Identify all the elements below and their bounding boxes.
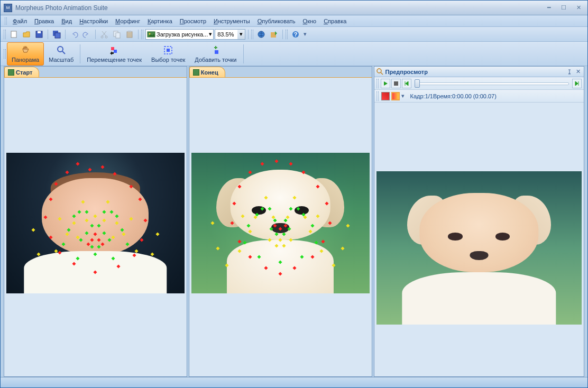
menu-picture[interactable]: Картинка (144, 17, 176, 25)
pin-button[interactable] (566, 68, 573, 76)
stop-button[interactable] (391, 79, 401, 88)
svg-rect-2 (38, 31, 41, 33)
menu-publish[interactable]: Опубликовать (254, 17, 299, 25)
menu-help[interactable]: Справка (320, 17, 350, 25)
svg-rect-10 (128, 31, 131, 32)
svg-line-18 (62, 51, 65, 54)
start-tab[interactable]: Старт (4, 67, 39, 77)
minimize-button[interactable]: ━ (543, 3, 555, 13)
separator (80, 44, 80, 63)
separator (65, 30, 66, 39)
paste-button[interactable] (124, 29, 135, 40)
hand-icon (20, 45, 31, 56)
saveall-button[interactable] (51, 29, 62, 40)
color-swatch-start[interactable] (381, 92, 390, 100)
toolbar-grip[interactable] (141, 30, 143, 39)
svg-rect-26 (394, 81, 398, 86)
scale-label: Масштаб (49, 57, 74, 63)
preview-canvas[interactable] (374, 103, 584, 376)
app-title: Morpheus Photo Animation Suite (15, 4, 543, 12)
preview-title: Предпросмотр (385, 69, 565, 75)
toolbar-grip[interactable] (376, 79, 379, 88)
menu-file[interactable]: Файл (9, 17, 31, 25)
svg-rect-9 (127, 32, 132, 38)
close-panel-button[interactable]: ✕ (574, 68, 582, 76)
magnifier-icon (56, 45, 67, 56)
redo-button[interactable] (81, 29, 93, 40)
close-button[interactable]: ✕ (573, 3, 584, 13)
export-button[interactable] (268, 29, 280, 40)
separator (138, 30, 139, 39)
end-panel: Конец (189, 66, 372, 377)
menu-edit[interactable]: Правка (31, 17, 58, 25)
svg-rect-4 (55, 33, 60, 38)
end-tab-label: Конец (201, 69, 218, 76)
copy-button[interactable] (111, 29, 123, 40)
toolbar-grip[interactable] (4, 30, 6, 39)
start-canvas[interactable] (4, 77, 187, 376)
workspace: Старт Конец (1, 66, 587, 377)
end-morph-points[interactable] (191, 153, 370, 293)
menu-view[interactable]: Вид (58, 17, 76, 25)
picture-icon (8, 69, 14, 76)
svg-point-24 (377, 69, 381, 73)
menu-morphing[interactable]: Морфинг (112, 17, 144, 25)
end-canvas[interactable] (189, 77, 372, 376)
add-points-tool[interactable]: Добавить точки (190, 42, 241, 66)
start-tab-label: Старт (16, 69, 32, 76)
help-button[interactable]: ? (290, 29, 301, 40)
end-tab[interactable]: Конец (189, 67, 225, 77)
preview-panel: Предпросмотр ✕ ▾ Кадр:1/1Время:0:00.00 (… (374, 66, 584, 377)
move-points-tool[interactable]: Перемещение точек (82, 42, 146, 66)
menu-tools[interactable]: Инструменты (210, 17, 254, 25)
select-points-label: Выбор точек (151, 57, 185, 63)
select-points-icon (163, 45, 173, 56)
open-button[interactable] (21, 29, 32, 40)
magnifier-icon (376, 68, 384, 76)
play-button[interactable] (381, 79, 390, 88)
new-button[interactable] (8, 29, 20, 40)
statusbar (1, 377, 587, 387)
slider-thumb[interactable] (415, 79, 420, 88)
select-points-tool[interactable]: Выбор точек (146, 42, 190, 66)
step-forward-button[interactable] (572, 79, 582, 88)
zoom-combo[interactable]: ▾ (215, 29, 245, 40)
preview-info-bar: ▾ Кадр:1/1Время:0:00.00 (0:00.07) (374, 90, 584, 103)
maximize-button[interactable]: ☐ (558, 3, 569, 13)
undo-button[interactable] (68, 29, 80, 40)
svg-text:?: ? (294, 31, 298, 38)
toolbar-grip[interactable] (376, 91, 379, 101)
toolbar-grip[interactable] (251, 30, 253, 39)
menu-window[interactable]: Окно (299, 17, 320, 25)
menu-settings[interactable]: Настройки (76, 17, 112, 25)
toolbar-grip[interactable] (4, 49, 6, 59)
add-points-label: Добавить точки (195, 57, 236, 63)
svg-rect-23 (215, 50, 218, 54)
scale-tool[interactable]: Масштаб (44, 42, 78, 66)
cut-button[interactable] (98, 29, 110, 40)
picture-icon (147, 30, 155, 39)
save-button[interactable] (33, 29, 45, 40)
separator (48, 30, 48, 39)
dropdown-icon[interactable]: ▾ (237, 30, 245, 39)
dropdown-icon[interactable]: ▾ (401, 93, 405, 99)
separator (243, 44, 244, 63)
titlebar: M Morpheus Photo Animation Suite ━ ☐ ✕ (1, 1, 587, 15)
menubar-grip[interactable] (5, 17, 7, 25)
panorama-tool[interactable]: Панорама (7, 42, 44, 66)
playback-controls (374, 77, 584, 90)
step-back-button[interactable] (402, 79, 411, 88)
color-swatch-blend[interactable] (391, 92, 400, 100)
preview-header: Предпросмотр ✕ (374, 67, 584, 77)
help-dropdown[interactable]: ▾ (302, 31, 308, 38)
load-picture-button[interactable]: Загрузка рисунка... ▾ (145, 29, 214, 40)
menu-preview[interactable]: Просмотр (176, 17, 210, 25)
start-panel: Старт (4, 66, 187, 377)
world-button[interactable] (255, 29, 267, 40)
svg-rect-8 (116, 33, 120, 38)
zoom-input[interactable] (215, 31, 237, 38)
svg-point-17 (58, 47, 63, 52)
toolbar-grip[interactable] (286, 30, 288, 39)
start-morph-points[interactable] (6, 153, 185, 293)
timeline-slider[interactable] (415, 79, 569, 88)
